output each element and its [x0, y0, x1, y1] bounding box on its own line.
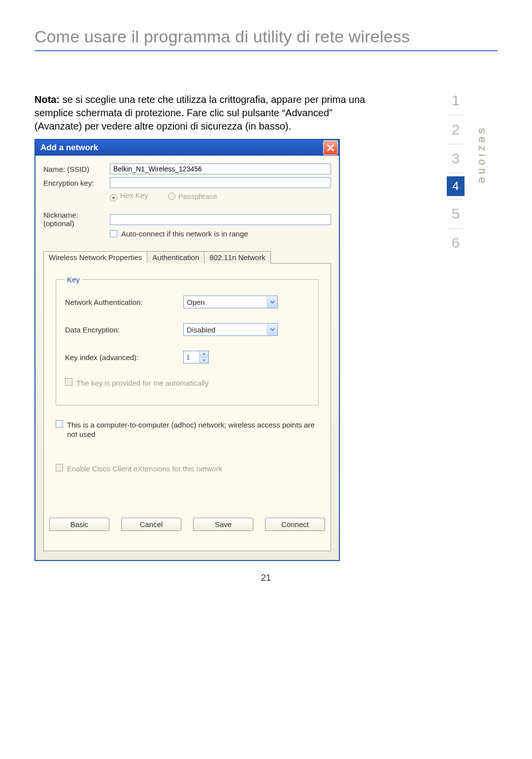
- data-encryption-dropdown[interactable]: Disabled: [183, 323, 278, 336]
- tab-80211n[interactable]: 802.11n Network: [204, 251, 270, 264]
- tab-bar: Wireless Network Properties Authenticati…: [43, 251, 331, 263]
- cancel-button[interactable]: Cancel: [121, 518, 181, 531]
- key-legend: Key: [65, 275, 82, 284]
- connect-button[interactable]: Connect: [265, 518, 325, 531]
- intro-body: se si sceglie una rete che utilizza la c…: [34, 94, 365, 132]
- chevron-down-icon: [267, 324, 277, 335]
- encryption-key-input[interactable]: [110, 177, 331, 188]
- section-nav-4[interactable]: 4: [447, 176, 465, 196]
- dialog-titlebar: Add a network: [35, 140, 339, 156]
- network-auth-dropdown[interactable]: Open: [183, 296, 278, 308]
- auto-key-checkbox[interactable]: [65, 378, 72, 386]
- intro-bold: Nota:: [34, 94, 60, 105]
- nickname-label: Nickname:: [43, 211, 110, 220]
- dialog-title: Add a network: [40, 143, 98, 153]
- passphrase-radio[interactable]: Passphrase: [168, 192, 217, 200]
- data-encryption-value: Disabled: [184, 324, 267, 335]
- section-nav-3[interactable]: 3: [446, 144, 466, 173]
- save-button[interactable]: Save: [193, 518, 253, 531]
- key-index-label: Key index (advanced):: [65, 353, 183, 362]
- title-rule: [34, 50, 498, 51]
- key-index-value: 1: [184, 351, 199, 363]
- close-icon[interactable]: [323, 140, 338, 155]
- nickname-input[interactable]: [110, 214, 331, 225]
- nickname-optional-label: (optional): [43, 220, 110, 228]
- tab-wireless-properties[interactable]: Wireless Network Properties: [43, 251, 147, 264]
- network-auth-value: Open: [184, 296, 267, 308]
- chevron-down-icon: [267, 296, 277, 308]
- basic-button[interactable]: Basic: [49, 518, 109, 531]
- autoconnect-label: Auto-connect if this network is in range: [121, 230, 248, 238]
- section-nav-2[interactable]: 2: [446, 115, 466, 144]
- auto-key-label: The key is provided for me automatically: [76, 378, 208, 388]
- data-encryption-label: Data Encryption:: [65, 326, 183, 334]
- name-label: Name: (SSID): [43, 165, 110, 173]
- key-group: Key Network Authentication: Open Data En…: [56, 275, 319, 405]
- section-label: sezione: [476, 128, 489, 186]
- page-number: 21: [34, 573, 498, 583]
- hex-key-radio[interactable]: Hex Key: [110, 191, 148, 201]
- adhoc-checkbox[interactable]: [56, 420, 63, 428]
- radio-icon: [110, 194, 117, 201]
- page-title: Come usare il programma di utility di re…: [34, 27, 498, 46]
- ssid-input[interactable]: [110, 164, 331, 174]
- cisco-label: Enable Cisco Client eXtensions for this …: [67, 464, 222, 474]
- radio-icon: [168, 193, 175, 200]
- key-index-spinner[interactable]: 1: [183, 351, 209, 363]
- section-nav: 1 2 3 4 5 6: [446, 86, 466, 257]
- section-nav-6[interactable]: 6: [446, 229, 466, 257]
- network-auth-label: Network Authentication:: [65, 298, 183, 306]
- passphrase-radio-label: Passphrase: [178, 192, 217, 200]
- cisco-checkbox[interactable]: [56, 464, 63, 471]
- add-network-dialog: Add a network Name: (SSID) Encryption ke…: [34, 139, 340, 561]
- spinner-up-icon[interactable]: [200, 351, 208, 357]
- tab-authentication[interactable]: Authentication: [147, 251, 204, 264]
- section-nav-1[interactable]: 1: [446, 86, 466, 115]
- intro-text: Nota: se si sceglie una rete che utilizz…: [34, 93, 379, 133]
- autoconnect-checkbox[interactable]: [110, 230, 117, 237]
- adhoc-label: This is a computer-to-computer (adhoc) n…: [67, 420, 319, 439]
- section-nav-5[interactable]: 5: [446, 199, 466, 228]
- spinner-down-icon[interactable]: [200, 357, 208, 363]
- tab-page-wireless-properties: Key Network Authentication: Open Data En…: [43, 263, 331, 551]
- hex-key-radio-label: Hex Key: [120, 191, 148, 199]
- encryption-key-label: Encryption key:: [43, 179, 110, 187]
